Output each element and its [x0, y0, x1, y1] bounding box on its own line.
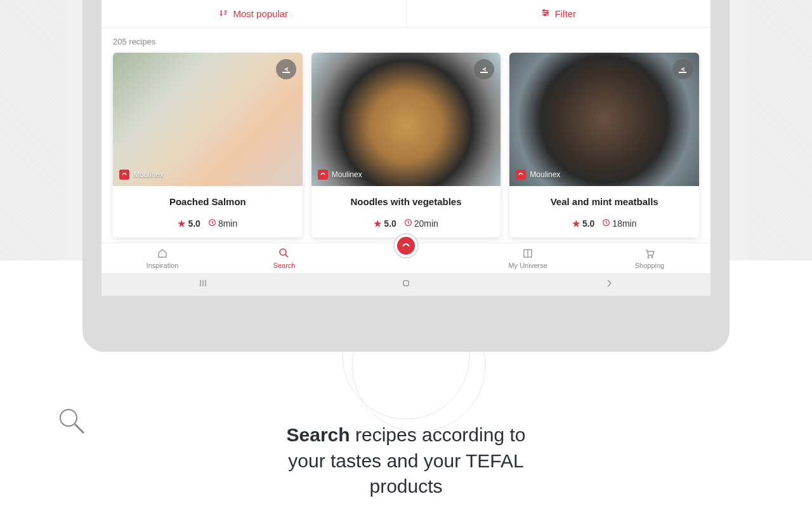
promo-bold: Search [287, 424, 350, 445]
back-system-icon[interactable] [603, 277, 615, 291]
clock-icon [404, 218, 412, 229]
rating-value: 5.0 [582, 218, 594, 229]
svg-point-2 [543, 10, 545, 11]
promo-line3: products [369, 476, 442, 497]
nav-center [345, 243, 467, 273]
fab-button[interactable] [393, 233, 419, 258]
promo-line2: your tastes and your TEFAL [288, 450, 523, 471]
sort-icon [219, 8, 228, 19]
recipe-card-body: Noodles with vegetables ★ 5.0 20min [311, 186, 501, 237]
sort-label: Most popular [233, 8, 288, 19]
recipe-card-body: Poached Salmon ★ 5.0 8min [113, 186, 303, 237]
recipe-meta: ★ 5.0 20min [318, 218, 495, 229]
recipe-duration: 18min [602, 218, 636, 229]
recipe-card[interactable]: Moulinex Veal and mint meatballs ★ 5.0 [509, 53, 699, 237]
book-icon [522, 248, 534, 260]
svg-point-3 [546, 12, 548, 14]
nav-search[interactable]: Search [223, 243, 345, 273]
svg-point-4 [544, 14, 546, 16]
nav-label: My Universe [508, 262, 547, 269]
bg-texture-right [749, 0, 812, 260]
filter-label: Filter [555, 8, 576, 19]
search-icon [278, 248, 290, 260]
svg-rect-7 [480, 72, 488, 73]
clock-icon [602, 218, 610, 229]
nav-inspiration[interactable]: Inspiration [102, 243, 223, 273]
clock-icon [208, 218, 216, 229]
brand-tag: Moulinex [318, 170, 362, 180]
promo-line1: recipes according to [350, 424, 526, 445]
recipe-image: Moulinex [311, 53, 501, 186]
recipe-meta: ★ 5.0 18min [516, 218, 693, 229]
recipe-rating: ★ 5.0 [374, 218, 396, 229]
rating-value: 5.0 [384, 218, 396, 229]
results-toolbar: Most popular Filter [102, 0, 710, 28]
share-button[interactable] [276, 59, 296, 79]
duration-value: 8min [218, 218, 237, 229]
duration-value: 20min [414, 218, 438, 229]
nav-label: Inspiration [147, 262, 179, 269]
filter-icon [541, 8, 550, 19]
home-icon [157, 248, 168, 260]
brand-icon [516, 170, 526, 180]
results-count: 205 recipes [102, 28, 710, 53]
svg-rect-15 [403, 281, 409, 286]
bg-texture-left [0, 0, 63, 260]
promo-headline: Search recipes according to your tastes … [0, 422, 812, 500]
share-button[interactable] [474, 59, 494, 79]
brand-tag: Moulinex [119, 170, 164, 180]
home-system-icon[interactable] [400, 277, 412, 291]
star-icon: ★ [572, 218, 580, 229]
recipe-rating: ★ 5.0 [572, 218, 594, 229]
brand-icon [119, 170, 129, 180]
nav-myuniverse[interactable]: My Universe [467, 243, 589, 273]
recipe-title: Noodles with vegetables [318, 196, 495, 207]
bottom-nav: Inspiration Search My Universe [102, 243, 710, 273]
rating-value: 5.0 [188, 218, 200, 229]
recipe-duration: 20min [404, 218, 438, 229]
app-screen: Most popular Filter 205 recipes [102, 0, 710, 296]
system-nav-bar [102, 273, 710, 296]
recent-apps-icon[interactable] [197, 277, 209, 291]
tablet-chin [102, 296, 710, 352]
nav-label: Shopping [635, 262, 665, 269]
fab-icon [397, 237, 415, 255]
recipe-duration: 8min [208, 218, 237, 229]
star-icon: ★ [374, 218, 382, 229]
duration-value: 18min [612, 218, 636, 229]
brand-label: Moulinex [133, 170, 164, 179]
nav-label: Search [273, 262, 296, 269]
recipe-image: Moulinex [113, 53, 303, 186]
cart-icon [644, 248, 655, 260]
svg-point-13 [648, 257, 649, 258]
recipe-meta: ★ 5.0 8min [119, 218, 296, 229]
recipe-image: Moulinex [509, 53, 699, 186]
nav-shopping[interactable]: Shopping [589, 243, 710, 273]
tablet-device-frame: Most popular Filter 205 recipes [82, 0, 730, 352]
brand-icon [318, 170, 328, 180]
svg-point-11 [280, 249, 286, 255]
recipe-cards-row: Moulinex Poached Salmon ★ 5.0 [102, 53, 710, 243]
share-button[interactable] [672, 59, 693, 79]
recipe-title: Poached Salmon [119, 196, 296, 207]
recipe-title: Veal and mint meatballs [516, 196, 693, 207]
recipe-card[interactable]: Moulinex Noodles with vegetables ★ 5.0 [311, 53, 501, 237]
sort-button[interactable]: Most popular [102, 0, 406, 27]
filter-button[interactable]: Filter [407, 0, 711, 27]
recipe-card-body: Veal and mint meatballs ★ 5.0 18min [509, 186, 699, 237]
brand-label: Moulinex [332, 170, 362, 179]
brand-tag: Moulinex [516, 170, 560, 180]
recipe-card[interactable]: Moulinex Poached Salmon ★ 5.0 [113, 53, 303, 237]
svg-point-14 [652, 257, 653, 258]
star-icon: ★ [178, 218, 186, 229]
svg-rect-5 [282, 72, 290, 73]
recipe-rating: ★ 5.0 [178, 218, 200, 229]
brand-label: Moulinex [530, 170, 560, 179]
svg-rect-9 [679, 72, 686, 73]
